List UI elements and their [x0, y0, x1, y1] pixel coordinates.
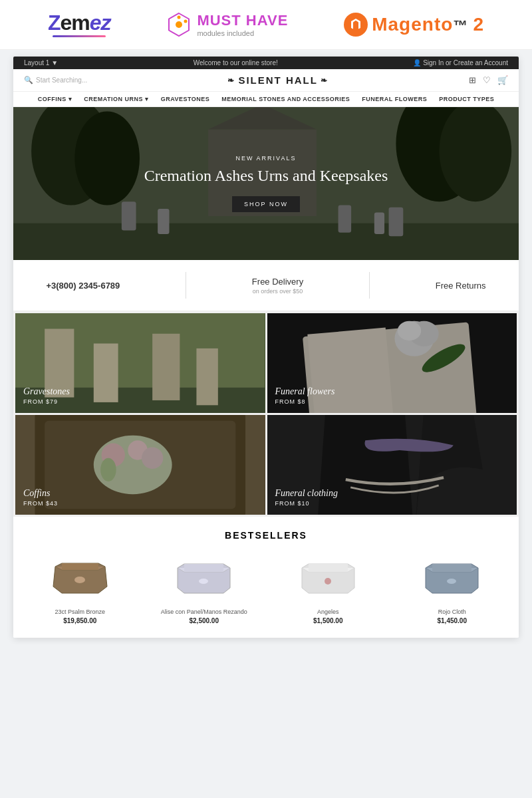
bestsellers-title: BESTSELLERS [21, 530, 511, 541]
product-image-3 [269, 551, 387, 604]
product-card[interactable]: Alise con Panel/Manos Rezando $2,500.00 [146, 551, 263, 624]
must-have-title: MUST HAVE [197, 12, 288, 29]
hero-title: Cremation Ashes Urns and Keepsakes [144, 166, 388, 186]
category-grid: Gravestones FROM $79 [13, 311, 519, 517]
site-nav: COFFINS ▾ CREMATION URNS ▾ GRAVESTONES M… [13, 92, 519, 107]
zemez-logo[interactable]: Zemez [48, 12, 111, 37]
welcome-message: Welcome to our online store! [194, 59, 278, 66]
must-have-badge: MUST HAVE modules included [166, 12, 288, 37]
magento-logo: Magento™ 2 [344, 13, 484, 37]
info-returns: Free Returns [436, 281, 486, 291]
category-clothing-name: Funeral clothing [275, 488, 338, 499]
must-have-subtitle: modules included [197, 29, 288, 37]
product-image-1 [21, 551, 139, 604]
product-price-1: $19,850.00 [21, 617, 139, 624]
nav-item-coffins[interactable]: COFFINS ▾ [38, 96, 72, 102]
bestsellers-section: BESTSELLERS 23ct Psalm Bronze $19,850.00 [13, 517, 519, 638]
product-name-2: Alise con Panel/Manos Rezando [146, 608, 263, 615]
info-separator-2 [369, 272, 370, 299]
product-card[interactable]: 23ct Psalm Bronze $19,850.00 [21, 551, 139, 624]
magento-label: Magento™ 2 [372, 14, 484, 35]
wishlist-icon[interactable]: ♡ [483, 75, 491, 85]
logo-letter: Z [48, 11, 61, 35]
hero-content: NEW ARRIVALS Cremation Ashes Urns and Ke… [144, 155, 388, 211]
site-frame: Layout 1 ▼ Welcome to our online store! … [13, 57, 519, 638]
category-flowers[interactable]: Funeral flowers FROM $8 [267, 313, 517, 413]
logo-letter: e [60, 11, 71, 35]
search-placeholder: Start Searching... [36, 76, 87, 84]
layout-selector[interactable]: Layout 1 ▼ [24, 59, 58, 66]
product-price-4: $1,450.00 [394, 617, 511, 624]
info-delivery: Free Delivery on orders over $50 [252, 277, 303, 295]
info-bar: +3(800) 2345-6789 Free Delivery on order… [13, 260, 519, 311]
svg-point-3 [184, 20, 188, 23]
hero-new-arrivals: NEW ARRIVALS [144, 155, 388, 162]
product-card[interactable]: Angeles $1,500.00 [269, 551, 387, 624]
product-name-1: 23ct Psalm Bronze [21, 608, 139, 615]
svg-point-1 [176, 21, 182, 28]
nav-item-cremation[interactable]: CREMATION URNS ▾ [84, 96, 148, 102]
svg-point-44 [74, 577, 85, 583]
category-flowers-price: FROM $8 [275, 398, 335, 405]
category-gravestones[interactable]: Gravestones FROM $79 [15, 313, 265, 413]
product-card[interactable]: Rojo Cloth $1,450.00 [394, 551, 511, 624]
info-phone: +3(800) 2345-6789 [46, 281, 120, 291]
nav-item-flowers[interactable]: FUNERAL FLOWERS [362, 96, 427, 102]
category-coffins-price: FROM $43 [23, 500, 58, 507]
svg-point-47 [447, 579, 456, 584]
info-separator-1 [186, 272, 186, 299]
logo-letter: e [90, 11, 101, 35]
category-clothing-price: FROM $10 [275, 500, 338, 507]
category-flowers-name: Funeral flowers [275, 386, 335, 397]
category-gravestones-price: FROM $79 [23, 398, 70, 405]
top-banner: Zemez MUST HAVE modules included [0, 0, 532, 50]
auth-links[interactable]: 👤 Sign In or Create an Account [413, 59, 508, 66]
compare-icon[interactable]: ⊞ [469, 75, 476, 85]
logo-decoration-left: ❧ [227, 76, 235, 85]
search-icon: 🔍 [24, 76, 33, 84]
nav-item-types[interactable]: PRODUCT TYPES [439, 96, 494, 102]
products-grid: 23ct Psalm Bronze $19,850.00 Alise con P… [21, 551, 511, 624]
logo-letter: z [101, 11, 111, 35]
nav-item-gravestones[interactable]: GRAVESTONES [161, 96, 210, 102]
logo-decoration-right: ❧ [321, 76, 329, 85]
category-coffins-name: Coffins [23, 488, 58, 499]
product-image-4 [394, 551, 511, 604]
site-search[interactable]: 🔍 Start Searching... [24, 76, 87, 84]
nav-item-memorial[interactable]: MEMORIAL STONES AND ACCESSORIES [221, 96, 350, 102]
hero-shop-now-button[interactable]: SHOP NOW [232, 196, 300, 212]
logo-letter: m [71, 11, 89, 35]
category-gravestones-name: Gravestones [23, 386, 70, 397]
product-image-2 [146, 551, 263, 604]
must-have-hex-icon [166, 12, 192, 37]
svg-point-46 [325, 578, 331, 585]
hero-section: NEW ARRIVALS Cremation Ashes Urns and Ke… [13, 107, 519, 260]
site-header-icons: ⊞ ♡ 🛒 [469, 75, 508, 85]
cart-icon[interactable]: 🛒 [497, 75, 508, 85]
logo-underline [53, 35, 106, 37]
product-price-3: $1,500.00 [269, 617, 387, 624]
svg-point-2 [178, 16, 181, 19]
svg-point-45 [199, 579, 208, 584]
product-name-4: Rojo Cloth [394, 608, 511, 615]
category-clothing[interactable]: Funeral clothing FROM $10 [267, 415, 517, 515]
category-coffins[interactable]: Coffins FROM $43 [15, 415, 265, 515]
magento-icon [344, 13, 368, 37]
product-price-2: $2,500.00 [146, 617, 263, 624]
site-logo: ❧ SILENT HALL ❧ [227, 74, 329, 86]
site-topbar: Layout 1 ▼ Welcome to our online store! … [13, 57, 519, 69]
site-header: 🔍 Start Searching... ❧ SILENT HALL ❧ ⊞ ♡… [13, 69, 519, 92]
product-name-3: Angeles [269, 608, 387, 615]
